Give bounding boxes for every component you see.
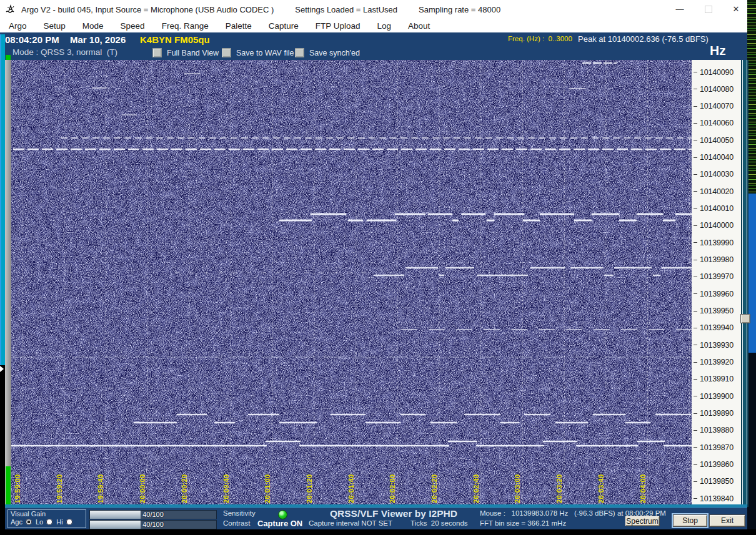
maximize-button[interactable] bbox=[699, 0, 719, 18]
menu-item-capture[interactable]: Capture bbox=[269, 21, 299, 31]
freq-value: 10139860 bbox=[700, 460, 734, 469]
checkbox-box[interactable] bbox=[295, 48, 304, 57]
freq-scale-label: 10139910 bbox=[692, 374, 734, 385]
freq-tick bbox=[694, 345, 697, 345]
checkbox-full-band-view[interactable]: Full Band View bbox=[152, 48, 219, 57]
clock-time: 08:04:20 PM bbox=[5, 34, 59, 45]
freq-scale-label: 10139960 bbox=[692, 288, 734, 299]
checkbox-save-synch-ed[interactable]: Save synch'ed bbox=[295, 48, 360, 57]
checkbox-box[interactable] bbox=[152, 48, 162, 57]
frequency-scale: 1014009010140080101400701014006010140050… bbox=[692, 60, 741, 507]
freq-scale-label: 10140000 bbox=[692, 220, 734, 231]
freq-tick bbox=[694, 293, 697, 294]
freq-range-readout: Freq. (Hz) : 0..3000 bbox=[508, 35, 572, 42]
freq-scale-label: 10140090 bbox=[692, 67, 734, 77]
time-axis-label: 20:04:00 bbox=[639, 474, 647, 503]
freq-scale-label: 10139950 bbox=[692, 306, 734, 317]
radio-label: Lo bbox=[36, 518, 43, 526]
visual-gain-group: Visual Gain AgcLoHi bbox=[7, 509, 86, 528]
desktop-edge-left bbox=[0, 34, 5, 365]
statusbar: Visual Gain AgcLoHi 40/100 40/100 Sensit… bbox=[5, 508, 747, 529]
app-banner: QRSS/VLF Viewer by I2PHD bbox=[330, 508, 457, 519]
sensitivity-slider[interactable]: 40/100 bbox=[89, 510, 217, 519]
radio-circle[interactable] bbox=[46, 519, 52, 525]
radio-circle[interactable] bbox=[26, 519, 32, 525]
freq-value: 10140050 bbox=[700, 136, 734, 145]
desktop-edge-left-dark bbox=[0, 365, 5, 535]
capture-led-indicator bbox=[278, 510, 287, 519]
menu-item-log[interactable]: Log bbox=[377, 21, 392, 31]
radio-circle[interactable] bbox=[66, 519, 72, 525]
vertical-scrollbar[interactable] bbox=[741, 60, 749, 507]
freq-tick bbox=[694, 174, 697, 175]
visual-gain-label: Visual Gain bbox=[11, 510, 46, 518]
exit-button[interactable]: Exit bbox=[709, 514, 745, 527]
scan-indicator-top bbox=[6, 55, 11, 60]
checkbox-label: Save synch'ed bbox=[309, 49, 360, 57]
freq-scale-label: 10140010 bbox=[692, 204, 734, 214]
freq-scale-label: 10139840 bbox=[692, 493, 734, 504]
freq-tick bbox=[694, 481, 697, 482]
radio-label: Agc bbox=[11, 518, 22, 526]
spectrum-button[interactable]: Spectrum bbox=[625, 516, 660, 526]
freq-value: 10140090 bbox=[700, 68, 734, 77]
sensitivity-label: Sensitivity bbox=[223, 509, 256, 517]
menu-item-palette[interactable]: Palette bbox=[226, 21, 252, 31]
titlebar: Argo V2 - build 045, Input Source = Micr… bbox=[0, 0, 747, 19]
freq-value: 10139980 bbox=[700, 255, 734, 264]
radio-hi[interactable]: Hi bbox=[56, 518, 72, 526]
freq-tick bbox=[694, 157, 697, 158]
close-button[interactable]: ✕ bbox=[726, 0, 746, 18]
freq-tick bbox=[694, 362, 697, 363]
mode-readout: Mode : QRSS 3, normal (T) bbox=[12, 47, 117, 57]
freq-scale-label: 10140020 bbox=[692, 186, 734, 197]
menu-item-freq-range[interactable]: Freq. Range bbox=[162, 21, 209, 31]
callsign-locator: K4BYN FM05qu bbox=[140, 34, 210, 45]
freq-value: 10139990 bbox=[700, 238, 734, 247]
radio-lo[interactable]: Lo bbox=[36, 518, 52, 526]
freq-value: 10139840 bbox=[700, 494, 734, 503]
freq-scale-label: 10139850 bbox=[692, 476, 734, 487]
menu-item-about[interactable]: About bbox=[408, 21, 430, 31]
menu-item-mode[interactable]: Mode bbox=[82, 21, 104, 31]
freq-value: 10139910 bbox=[700, 375, 734, 383]
ticks-readout: Ticks 20 seconds bbox=[410, 519, 468, 527]
menu-item-setup[interactable]: Setup bbox=[44, 21, 66, 31]
contrast-slider[interactable]: 40/100 bbox=[89, 520, 217, 529]
freq-scale-label: 10139890 bbox=[692, 408, 734, 419]
freq-tick bbox=[694, 430, 697, 431]
freq-value: 10139960 bbox=[700, 290, 734, 298]
time-axis-label: 20:02:40 bbox=[472, 474, 480, 503]
radio-agc[interactable]: Agc bbox=[11, 518, 32, 526]
time-axis-label: 19:59:00 bbox=[14, 474, 21, 503]
menu-item-argo[interactable]: Argo bbox=[9, 21, 27, 31]
time-axis-label: 20:03:20 bbox=[555, 474, 563, 503]
freq-scale-label: 10140060 bbox=[692, 118, 734, 129]
menu-item-speed[interactable]: Speed bbox=[121, 21, 145, 31]
freq-scale-label: 10139970 bbox=[692, 272, 734, 282]
minimize-button[interactable]: — bbox=[670, 0, 690, 18]
freq-scale-label: 10139900 bbox=[692, 391, 734, 401]
spectrogram-display[interactable]: 19:59:0019:59:2019:59:4020:00:0020:00:20… bbox=[11, 60, 692, 506]
freq-scale-label: 10140070 bbox=[692, 101, 734, 112]
app-icon bbox=[5, 4, 16, 15]
freq-scale-label: 10139870 bbox=[692, 442, 734, 453]
freq-tick bbox=[694, 464, 697, 465]
freq-scale-label: 10139940 bbox=[692, 323, 734, 333]
freq-value: 10139880 bbox=[700, 426, 734, 434]
freq-scale-label: 10139880 bbox=[692, 425, 734, 436]
freq-value: 10139920 bbox=[700, 358, 734, 366]
time-axis-label: 20:00:40 bbox=[222, 474, 230, 503]
freq-scale-label: 10139930 bbox=[692, 340, 734, 350]
stop-button[interactable]: Stop bbox=[673, 514, 707, 527]
vertical-scrollbar-thumb[interactable] bbox=[740, 314, 750, 323]
freq-value: 10140040 bbox=[700, 153, 734, 162]
menu-item-ftp-upload[interactable]: FTP Upload bbox=[316, 21, 361, 31]
checkbox-save-to-wav-file[interactable]: Save to WAV file bbox=[222, 48, 294, 57]
time-axis-label: 20:02:00 bbox=[389, 474, 396, 503]
checkbox-box[interactable] bbox=[222, 48, 231, 57]
time-axis-label: 20:01:20 bbox=[306, 474, 313, 503]
freq-value: 10140030 bbox=[700, 170, 734, 179]
freq-scale-label: 10139860 bbox=[692, 459, 734, 470]
desktop-edge-right-noise bbox=[747, 0, 756, 194]
